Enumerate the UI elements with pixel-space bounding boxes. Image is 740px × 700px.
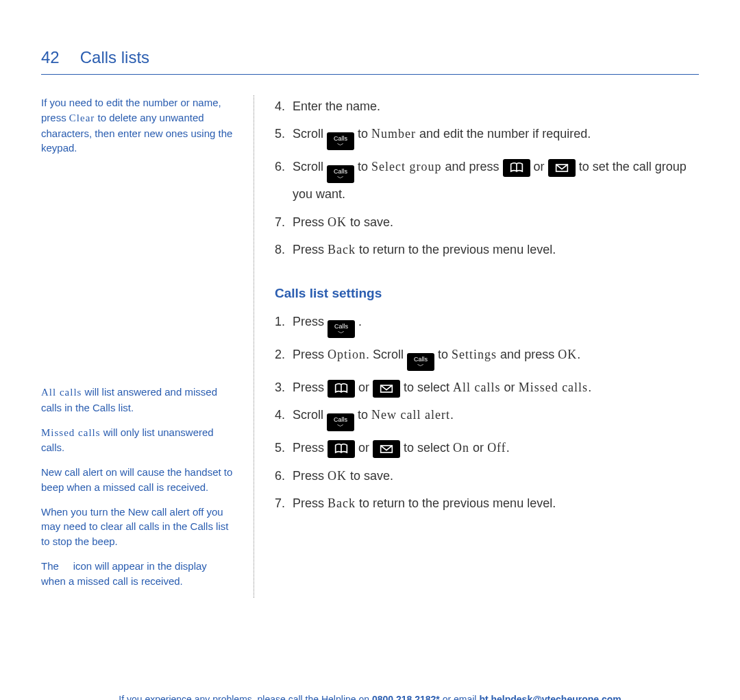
step-number: 4. [275,404,285,426]
book-key-icon [328,440,355,458]
step-number: 5. [275,437,285,459]
helpdesk-email: bt.helpdesk@vtecheurope.com [479,694,621,700]
instruction-list-b: 1. Press Calls﹀ . 2. Press Option. Scrol… [275,311,699,515]
step-number: 3. [275,376,285,398]
calls-down-key-icon: Calls﹀ [328,320,355,338]
sidebar-note-alert-off: When you turn the New call alert off you… [41,505,233,549]
text: Press [293,441,328,455]
text: to save. [347,469,393,483]
text: Press [293,243,328,256]
missed-calls-label: Missed calls [519,381,589,394]
text: . Scroll [366,348,407,361]
text: Scroll [293,160,327,173]
stepb-3: 3. Press or to select All calls or Misse… [275,376,699,398]
calls-down-key-icon: Calls﹀ [327,132,354,150]
text: . [506,441,510,455]
text: to select [404,381,453,394]
sidebar-note-edit: If you need to edit the number or name, … [41,95,233,156]
text: The [41,560,62,572]
envelope-key-icon [548,159,576,177]
step-number: 8. [275,239,285,261]
ok-label: OK [558,348,577,361]
text: to [358,408,371,422]
back-label: Back [328,496,356,510]
all-calls-label: All calls [453,381,501,394]
step-number: 2. [275,343,285,365]
text: . [358,315,362,328]
stepb-4: 4. Scroll Calls﹀ to New call alert. [275,404,699,431]
text: and press [497,348,558,361]
text: icon will appear in the display when a m… [41,560,207,587]
page-footer: If you experience any problems, please c… [41,694,699,700]
text: Press [293,215,328,229]
text: . [577,348,580,361]
book-key-icon [328,380,355,398]
step-number: 6. [275,156,285,178]
sidebar-note-allcalls: All calls will list answered and missed … [41,385,233,415]
step-number: 7. [275,492,285,514]
calls-down-key-icon: Calls﹀ [327,413,354,431]
text: to [358,127,371,141]
step-6: 6. Scroll Calls﹀ to Select group and pre… [275,156,699,205]
step-number: 6. [275,465,285,487]
step-7: 7. Press OK to save. [275,211,699,233]
missed-calls-label: Missed calls [41,427,101,438]
option-label: Option [328,348,366,361]
stepb-1: 1. Press Calls﹀ . [275,311,699,338]
text: to [358,160,371,173]
book-key-icon [503,159,530,177]
main-instructions: 4. Enter the name. 5. Scroll Calls﹀ to N… [275,95,699,598]
stepb-2: 2. Press Option. Scroll Calls﹀ to Settin… [275,343,699,371]
text: Press [293,496,328,510]
envelope-key-icon [373,440,400,458]
text: to select [404,441,453,455]
text: to [438,348,452,361]
stepb-7: 7. Press Back to return to the previous … [275,492,699,514]
text: Scroll [293,408,327,422]
back-label: Back [328,243,356,256]
calls-down-key-icon: Calls﹀ [407,353,434,371]
footer-text: or email [440,694,480,700]
text: Scroll [293,127,327,141]
text: Press [293,315,328,328]
text: to return to the previous menu level. [356,496,556,510]
page-number: 42 [41,48,60,67]
text: or [469,441,487,455]
stepb-6: 6. Press OK to save. [275,465,699,487]
text: or [358,441,373,455]
number-label: Number [371,127,416,141]
step-5: 5. Scroll Calls﹀ to Number and edit the … [275,123,699,150]
ok-label: OK [328,469,347,483]
step-number: 1. [275,311,285,333]
instruction-list-a: 4. Enter the name. 5. Scroll Calls﹀ to N… [275,95,699,261]
text: to save. [347,215,393,229]
step-text: Enter the name. [293,99,380,113]
step-8: 8. Press Back to return to the previous … [275,239,699,261]
sidebar-note-newcallalert: New call alert on will cause the handset… [41,465,233,495]
stepb-5: 5. Press or to select On or Off. [275,437,699,459]
step-number: 7. [275,211,285,233]
step-number: 4. [275,95,285,117]
sidebar-note-icon: The icon will appear in the display when… [41,559,233,589]
helpline-phone: 0800 218 2182* [372,694,440,700]
text: Press [293,348,328,361]
text: and press [442,160,503,173]
off-label: Off [487,441,506,455]
select-group-label: Select group [371,160,441,173]
page-header: 42 Calls lists [41,48,699,75]
step-number: 5. [275,123,285,145]
on-label: On [453,441,469,455]
envelope-key-icon [373,380,400,398]
footer-text: If you experience any problems, please c… [119,694,372,700]
text: or [358,381,373,394]
text: Press [293,469,328,483]
settings-label: Settings [452,348,497,361]
text: and edit the number if required. [416,127,591,141]
step-4: 4. Enter the name. [275,95,699,117]
subheading-calls-list-settings: Calls list settings [275,282,699,305]
calls-down-key-icon: Calls﹀ [327,165,354,183]
text: . [588,381,591,394]
text: or [501,381,519,394]
manual-page: 42 Calls lists If you need to edit the n… [0,0,740,700]
all-calls-label: All calls [41,387,82,398]
